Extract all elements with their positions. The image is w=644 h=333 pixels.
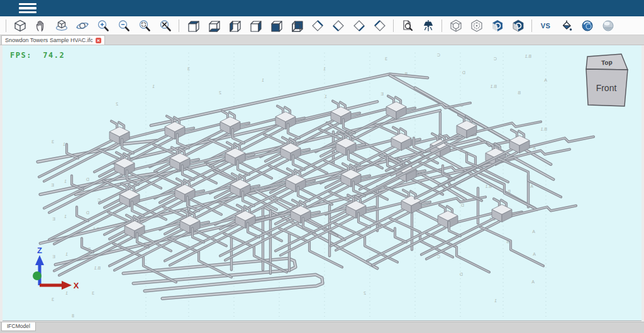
x-axis-label: X bbox=[74, 281, 79, 290]
iso-diamond-icon bbox=[313, 21, 323, 31]
zoom-in-button[interactable] bbox=[94, 18, 113, 34]
shaded-mode-button[interactable] bbox=[488, 18, 507, 34]
svg-text:3: 3 bbox=[92, 291, 94, 295]
fps-value: 74.2 bbox=[43, 51, 65, 60]
tab-snowdon-hvac[interactable]: Snowdon Towers Sample HVAC.ifc × bbox=[1, 35, 105, 45]
view-top-button[interactable] bbox=[184, 18, 203, 34]
glass-sphere-icon bbox=[603, 21, 613, 31]
view-top-cube-icon bbox=[189, 21, 199, 31]
svg-text:3: 3 bbox=[52, 297, 54, 302]
view-front-button[interactable] bbox=[267, 18, 286, 34]
free-rotate-button[interactable] bbox=[73, 18, 92, 34]
toolbar-separator bbox=[531, 19, 532, 32]
pan-button[interactable] bbox=[31, 18, 50, 34]
zoom-window-icon bbox=[140, 21, 149, 31]
svg-text:D: D bbox=[461, 203, 464, 207]
svg-text:D: D bbox=[86, 177, 89, 182]
svg-text:B.1: B.1 bbox=[540, 127, 547, 131]
view-left-button[interactable] bbox=[225, 18, 244, 34]
cube-icon bbox=[15, 20, 25, 31]
visual-style-button[interactable]: VS bbox=[536, 18, 555, 34]
svg-text:B.1: B.1 bbox=[94, 266, 101, 270]
axis-gizmo: Z X bbox=[19, 248, 82, 297]
viewport-wrapper: 31E1DE1DCB.1E1DB.1313821231113BE3E3121CD… bbox=[0, 45, 644, 322]
view-bottom-cube-icon bbox=[209, 21, 219, 31]
viewport-3d-canvas[interactable]: 31E1DE1DCB.1E1DB.1313821231113BE3E3121CD… bbox=[3, 45, 641, 321]
wireframe-mode-button[interactable] bbox=[447, 18, 465, 34]
z-axis-label: Z bbox=[37, 248, 42, 255]
hand-icon bbox=[36, 21, 43, 31]
fps-counter: FPS: 74.2 bbox=[10, 51, 65, 60]
iso-se-button[interactable] bbox=[350, 18, 369, 34]
svg-text:A: A bbox=[533, 252, 536, 256]
svg-text:3: 3 bbox=[187, 67, 190, 71]
svg-text:8: 8 bbox=[72, 314, 74, 318]
svg-text:D: D bbox=[462, 70, 465, 75]
lighting-button[interactable] bbox=[419, 18, 438, 34]
wireframe-hex-icon bbox=[451, 20, 461, 31]
z-axis-arrow bbox=[35, 255, 44, 265]
view-back-cube-icon bbox=[292, 21, 303, 31]
svg-text:1: 1 bbox=[325, 94, 327, 99]
nav-cube-top-label: Top bbox=[601, 59, 613, 67]
view-right-button[interactable] bbox=[246, 18, 265, 34]
svg-text:1: 1 bbox=[64, 214, 67, 219]
view-bottom-button[interactable] bbox=[204, 18, 223, 34]
toolbar-separator bbox=[6, 19, 6, 32]
menu-hamburger-icon[interactable] bbox=[19, 3, 36, 13]
hidden-line-mode-button[interactable] bbox=[467, 18, 486, 34]
shaded-edges-mode-button[interactable] bbox=[509, 18, 528, 34]
document-tabbar: Snowdon Towers Sample HVAC.ifc × bbox=[0, 35, 644, 45]
background-color-button[interactable] bbox=[557, 18, 576, 34]
svg-text:1: 1 bbox=[323, 67, 326, 71]
metal-sphere-icon bbox=[582, 21, 592, 31]
iso-diamond-icon bbox=[333, 21, 343, 31]
zoom-extents-icon bbox=[160, 21, 170, 31]
svg-text:2: 2 bbox=[364, 291, 366, 295]
iso-nw-button[interactable] bbox=[370, 18, 389, 34]
material-glass-button[interactable] bbox=[599, 18, 618, 34]
zoom-in-icon bbox=[98, 21, 108, 31]
view-left-cube-icon bbox=[230, 21, 240, 31]
svg-text:E: E bbox=[380, 92, 384, 96]
tab-label: Snowdon Towers Sample HVAC.ifc bbox=[5, 37, 93, 43]
zoom-out-button[interactable] bbox=[114, 18, 133, 34]
visual-style-label: VS bbox=[541, 22, 551, 30]
svg-text:E: E bbox=[51, 183, 54, 187]
svg-text:C: C bbox=[494, 57, 497, 61]
svg-text:1: 1 bbox=[262, 78, 264, 82]
svg-text:3: 3 bbox=[52, 139, 54, 144]
svg-text:3: 3 bbox=[385, 57, 387, 61]
main-toolbar: VS bbox=[0, 16, 644, 35]
orbit-button[interactable] bbox=[52, 18, 71, 34]
toolbar-separator bbox=[441, 19, 442, 32]
nav-cube[interactable]: Top Front bbox=[583, 53, 631, 111]
zoom-window-button[interactable] bbox=[135, 18, 154, 34]
zoom-selection-button[interactable] bbox=[398, 18, 417, 34]
hidden-line-hex-icon bbox=[472, 20, 482, 31]
iso-diamond-icon bbox=[354, 21, 364, 31]
model-svg: 31E1DE1DCB.1E1DB.1313821231113BE3E3121CD… bbox=[3, 45, 641, 320]
y-axis-ball bbox=[33, 271, 42, 280]
tab-close-icon[interactable]: × bbox=[96, 38, 101, 43]
status-bar: IFCModel bbox=[0, 322, 644, 333]
iso-sw-button[interactable] bbox=[329, 18, 348, 34]
lamp-icon bbox=[424, 20, 432, 31]
iso-ne-button[interactable] bbox=[308, 18, 327, 34]
zoom-out-icon bbox=[119, 21, 128, 31]
statusbar-model-tab[interactable]: IFCModel bbox=[1, 322, 36, 331]
view-back-button[interactable] bbox=[287, 18, 306, 34]
svg-text:A: A bbox=[531, 280, 535, 284]
reset-view-button[interactable] bbox=[11, 18, 30, 34]
svg-text:B.1: B.1 bbox=[490, 84, 497, 89]
svg-text:1: 1 bbox=[64, 180, 67, 184]
svg-text:2: 2 bbox=[219, 90, 221, 95]
svg-text:B.1: B.1 bbox=[525, 54, 531, 58]
svg-text:1: 1 bbox=[494, 298, 497, 303]
svg-text:A: A bbox=[530, 184, 533, 188]
svg-text:1: 1 bbox=[63, 142, 65, 146]
svg-text:C: C bbox=[437, 53, 440, 57]
zoom-extents-button[interactable] bbox=[156, 18, 175, 34]
svg-text:E: E bbox=[52, 217, 55, 221]
material-metal-button[interactable] bbox=[578, 18, 597, 34]
